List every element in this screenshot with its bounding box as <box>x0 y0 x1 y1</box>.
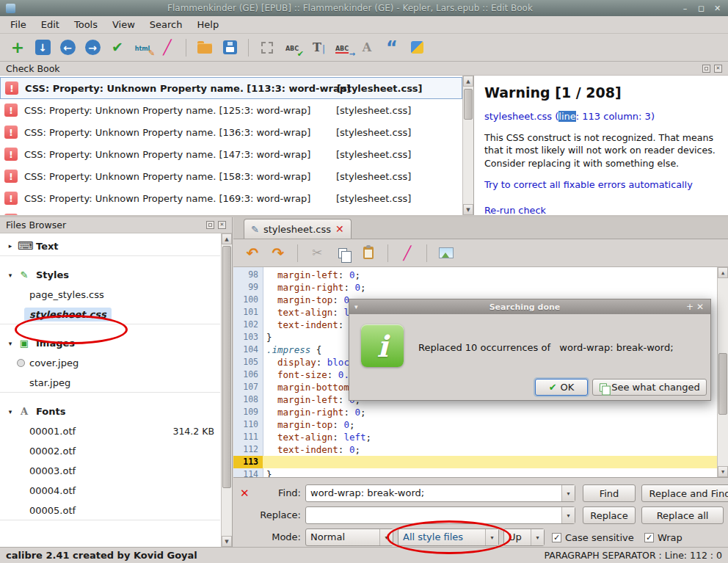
copy-button[interactable] <box>332 243 353 264</box>
menu-item-tools[interactable]: Tools <box>67 17 105 32</box>
code-line[interactable]: 111 text-align: left; <box>233 431 717 443</box>
set-semantics-button[interactable] <box>407 37 427 58</box>
code-line[interactable]: 114} <box>233 468 717 477</box>
mode-select[interactable]: Normal <box>305 529 393 546</box>
import-file-button[interactable]: ↓ <box>32 37 53 58</box>
menu-item-file[interactable]: File <box>3 17 34 32</box>
collapse-arrow-icon[interactable]: ▾ <box>5 408 15 415</box>
replace-all-button[interactable]: Replace all <box>641 506 724 524</box>
file-item[interactable]: 00001.otf314.2 KB <box>0 421 220 441</box>
float-dock-icon[interactable] <box>702 65 710 73</box>
spellcheck-button[interactable] <box>282 37 302 58</box>
scroll-thumb[interactable] <box>718 353 727 415</box>
scroll-up-icon[interactable] <box>463 76 473 87</box>
dialog-titlebar[interactable]: ▾ Searching done + ✕ <box>349 299 710 314</box>
replace-history-dropdown-icon[interactable] <box>561 507 575 523</box>
titlebar[interactable]: Flammenkinder (GE) [EPUB] :: Flammenkind… <box>0 0 728 16</box>
files-section-images[interactable]: ▾Images <box>0 333 220 353</box>
ok-button[interactable]: OK <box>535 379 588 396</box>
file-item[interactable]: 00005.otf <box>0 501 220 520</box>
file-item[interactable]: 00003.otf <box>0 461 220 481</box>
code-line[interactable]: 109 margin-right: 0; <box>233 406 717 418</box>
code-line[interactable]: 98 margin-left: 0; <box>233 269 717 281</box>
insert-character-button[interactable] <box>307 37 327 58</box>
menu-item-search[interactable]: Search <box>142 17 190 32</box>
warning-row[interactable]: CSS: Property: Unknown Property name. [1… <box>0 209 462 215</box>
scroll-thumb[interactable] <box>222 246 231 488</box>
replace-button[interactable]: Replace <box>583 506 636 524</box>
scope-dropdown-icon[interactable] <box>485 529 498 545</box>
dialog-shade-icon[interactable]: + <box>685 302 695 312</box>
undo-button[interactable]: ↶ <box>242 243 263 264</box>
replace-input[interactable] <box>305 506 575 524</box>
beautify-button[interactable]: ╱ <box>157 37 178 58</box>
file-item[interactable]: 00004.otf <box>0 481 220 501</box>
open-folder-button[interactable] <box>194 37 215 58</box>
collapse-arrow-icon[interactable]: ▾ <box>5 340 15 347</box>
forward-button[interactable]: → <box>82 37 103 58</box>
next-spelling-error-button[interactable] <box>332 37 352 58</box>
warning-row[interactable]: CSS: Property: Unknown Property name. [1… <box>0 121 462 143</box>
warning-row[interactable]: CSS: Property: Unknown Property name. [1… <box>0 77 462 99</box>
see-what-changed-button[interactable]: See what changed <box>592 379 707 396</box>
direction-dropdown-icon[interactable] <box>531 529 544 545</box>
code-line[interactable]: 99 margin-right: 0; <box>233 281 717 294</box>
collapse-arrow-icon[interactable]: ▾ <box>5 272 15 279</box>
check-book-button[interactable]: ✔ <box>107 37 128 58</box>
back-button[interactable]: ← <box>57 37 78 58</box>
scroll-down-icon[interactable] <box>222 536 232 547</box>
warning-row[interactable]: CSS: Property: Unknown Property name. [1… <box>0 187 462 209</box>
editor-scrollbar[interactable] <box>717 267 728 477</box>
find-input[interactable]: word-wrap: break-word; <box>305 484 575 502</box>
direction-select[interactable]: Up <box>503 529 545 546</box>
warning-location-link[interactable]: stylesheet.css (line: 113 column: 3) <box>484 111 718 122</box>
code-line[interactable]: 113 <box>233 456 717 468</box>
minimize-button[interactable]: – <box>680 4 690 13</box>
find-button[interactable]: Find <box>583 484 636 502</box>
scroll-up-icon[interactable] <box>718 267 728 278</box>
files-scrollbar[interactable] <box>221 233 232 547</box>
code-line[interactable]: 110 margin-top: 0; <box>233 418 717 431</box>
redo-button[interactable]: ↷ <box>268 243 288 264</box>
scroll-track[interactable] <box>463 87 473 204</box>
menu-item-view[interactable]: View <box>105 17 142 32</box>
maximize-button[interactable]: ◻ <box>696 4 706 13</box>
expand-arrow-icon[interactable]: ▸ <box>5 242 15 250</box>
smarten-punctuation-button[interactable]: “ <box>382 37 402 58</box>
save-button[interactable] <box>219 37 240 58</box>
code-line[interactable]: 112 text-indent: 0; <box>233 443 717 456</box>
rerun-check-link[interactable]: Re-run check <box>484 205 718 215</box>
manage-fonts-button[interactable] <box>357 37 377 58</box>
files-section-styles[interactable]: ▾Styles <box>0 265 220 285</box>
warning-row[interactable]: CSS: Property: Unknown Property name. [1… <box>0 165 462 187</box>
scroll-up-icon[interactable] <box>222 233 232 244</box>
fix-errors-link[interactable]: Try to correct all fixable errors automa… <box>484 179 718 190</box>
dialog-close-icon[interactable]: ✕ <box>695 302 705 312</box>
beautify-css-button[interactable]: ╱ <box>397 243 418 264</box>
wrap-checkbox[interactable]: Wrap <box>644 529 682 546</box>
scroll-down-icon[interactable] <box>718 466 728 477</box>
tab-stylesheet-css[interactable]: stylesheet.css ✕ <box>244 219 352 239</box>
insert-anchor-button[interactable] <box>257 37 277 58</box>
insert-image-button[interactable] <box>436 243 456 264</box>
close-dock-icon[interactable] <box>218 221 226 229</box>
warnings-scrollbar[interactable] <box>462 76 473 215</box>
case-sensitive-checkbox[interactable]: Case sensitive <box>552 529 634 546</box>
scroll-down-icon[interactable] <box>463 204 473 215</box>
file-item[interactable]: stylesheet.css <box>0 305 220 324</box>
close-dock-icon[interactable] <box>714 65 722 73</box>
scroll-track[interactable] <box>222 244 232 536</box>
warning-row[interactable]: CSS: Property: Unknown Property name. [1… <box>0 99 462 121</box>
warning-row[interactable]: CSS: Property: Unknown Property name. [1… <box>0 143 462 165</box>
dialog-menu-icon[interactable]: ▾ <box>354 303 365 310</box>
edit-html-button[interactable] <box>132 37 153 58</box>
close-button[interactable]: ✕ <box>713 4 722 13</box>
scope-select[interactable]: All style files <box>398 529 499 546</box>
new-file-button[interactable]: + <box>7 37 28 58</box>
menu-item-edit[interactable]: Edit <box>34 17 67 32</box>
scroll-thumb[interactable] <box>464 89 473 120</box>
file-item[interactable]: page_styles.css <box>0 285 220 305</box>
file-item[interactable]: 00002.otf <box>0 441 220 461</box>
mode-dropdown-icon[interactable] <box>379 529 393 545</box>
find-history-dropdown-icon[interactable] <box>561 485 575 501</box>
